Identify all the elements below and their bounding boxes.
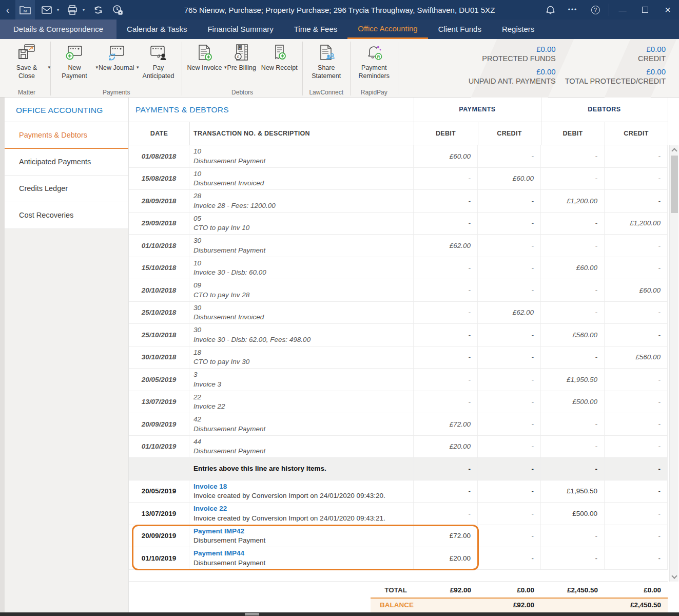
new-receipt-button[interactable]: New Receipt xyxy=(259,42,300,72)
protected-funds-value: £0.00 xyxy=(469,45,556,53)
close-button[interactable]: × xyxy=(656,0,679,20)
table-row[interactable]: 01/10/2019Payment IMP44Disbursement Paym… xyxy=(129,547,668,570)
column-header-debtors-debit[interactable]: DEBIT xyxy=(541,122,605,145)
tab-registers[interactable]: Registers xyxy=(492,20,545,39)
cell-transaction: 30Invoice 30 - Disb: 62.00, Fees: 498.00 xyxy=(189,324,414,346)
sidebar-item-cost-recoveries[interactable]: Cost Recoveries xyxy=(5,202,128,229)
table-row[interactable]: 20/05/20193Invoice 3--£1,950.50- xyxy=(129,369,668,391)
column-header-date[interactable]: DATE xyxy=(129,122,189,145)
cell-payments-debit: - xyxy=(414,346,478,369)
transaction-ref: 30 xyxy=(193,236,201,245)
table-row[interactable]: 15/10/201810Invoice 30 - Disb: 60.00--£6… xyxy=(129,257,668,280)
new-receipt-label: New Receipt xyxy=(261,64,298,72)
transaction-ref-link[interactable]: Payment IMP44 xyxy=(193,549,244,558)
column-header-transaction[interactable]: TRANSACTION NO. & DESCRIPTION xyxy=(189,122,414,145)
cell-payments-credit: - xyxy=(478,257,541,279)
transaction-ref-link[interactable]: Payment IMP42 xyxy=(193,527,244,536)
tab-calendar-tasks[interactable]: Calendar & Tasks xyxy=(117,20,197,39)
refresh-button[interactable] xyxy=(90,0,106,20)
new-payment-button[interactable]: ▾ New Payment xyxy=(53,42,96,80)
cell-payments-debit: - xyxy=(414,257,478,279)
column-header-payments-credit[interactable]: CREDIT xyxy=(478,122,541,145)
history-separator-row[interactable]: Entries above this line are history item… xyxy=(129,458,668,480)
table-row[interactable]: 13/07/201922Invoice 22--£500.00- xyxy=(129,391,668,414)
save-close-dropdown-caret-icon[interactable]: ▾ xyxy=(48,65,50,70)
sidebar-item-payments-debtors[interactable]: Payments & Debtors xyxy=(5,122,128,149)
table-row[interactable]: 01/08/201810Disbursement Payment£60.00--… xyxy=(129,145,668,168)
table-row[interactable]: 20/09/201942Disbursement Payment£72.00--… xyxy=(129,413,668,436)
transaction-ref-link[interactable]: Invoice 22 xyxy=(193,504,227,513)
scrollbar-thumb[interactable] xyxy=(671,156,678,213)
print-dropdown-caret-icon[interactable]: ▾ xyxy=(81,0,86,20)
cell-debtors-credit: - xyxy=(605,168,668,190)
pay-anticipated-button[interactable]: Pay Anticipated xyxy=(137,42,180,80)
column-header-debtors-credit[interactable]: CREDIT xyxy=(605,122,668,145)
maximize-button[interactable] xyxy=(634,0,656,20)
back-button[interactable]: ‹ xyxy=(0,0,15,20)
title-bar: ‹ M ▾ ▾ xyxy=(0,0,679,20)
history-clock-button[interactable] xyxy=(110,0,125,20)
table-row[interactable]: 15/08/201810Disbursement Invoiced-£60.00… xyxy=(129,168,668,190)
tab-office-accounting[interactable]: Office Accounting xyxy=(347,20,428,39)
cell-date: 20/05/2019 xyxy=(129,480,189,503)
matter-folder-button[interactable]: M xyxy=(15,0,35,20)
cell-date: 13/07/2019 xyxy=(129,391,189,413)
column-header-payments-debit[interactable]: DEBIT xyxy=(414,122,478,145)
new-invoice-button[interactable]: ▾ New Invoice xyxy=(184,42,224,72)
table-row[interactable]: 30/10/201818CTO to pay Inv 30---£560.00 xyxy=(129,346,668,369)
table-row[interactable]: 29/09/201805CTO to pay Inv 10---£1,200.0… xyxy=(129,213,668,235)
print-button[interactable] xyxy=(65,0,80,20)
tab-time-fees[interactable]: Time & Fees xyxy=(284,20,347,39)
bottom-scrollbar-thumb[interactable] xyxy=(245,613,259,615)
table-row[interactable]: 25/10/201830Disbursement Invoiced-£62.00… xyxy=(129,302,668,324)
payment-reminders-button[interactable]: R Payment Reminders xyxy=(353,42,396,80)
transaction-ref: 30 xyxy=(193,325,201,335)
email-button[interactable] xyxy=(39,0,54,20)
table-row[interactable]: 01/10/201830Disbursement Payment£62.00--… xyxy=(129,235,668,257)
transaction-ref: 10 xyxy=(193,147,201,156)
help-button[interactable]: ? xyxy=(584,0,607,20)
cell-debtors-credit: - xyxy=(605,302,668,324)
cell-payments-credit: - xyxy=(478,235,541,257)
tab-details-correspondence[interactable]: Details & Correspondence xyxy=(0,20,117,39)
table-row[interactable]: 20/09/2019Payment IMP42Disbursement Paym… xyxy=(129,525,668,548)
table-row[interactable]: 01/10/201944Disbursement Payment£20.00--… xyxy=(129,436,668,458)
transaction-ref-link[interactable]: Invoice 18 xyxy=(193,482,227,491)
total-debtors-debit: £2,450.50 xyxy=(541,586,605,594)
credit-summary: £0.00 CREDIT xyxy=(565,45,666,63)
notifications-button[interactable] xyxy=(539,0,561,20)
cell-date: 30/10/2018 xyxy=(129,346,189,369)
minimize-button[interactable]: — xyxy=(611,0,634,20)
tab-financial-summary[interactable]: Financial Summary xyxy=(197,20,283,39)
vertical-scrollbar[interactable] xyxy=(669,145,678,582)
cell-payments-credit: - xyxy=(478,503,541,525)
table-row[interactable]: 25/10/201830Invoice 30 - Disb: 62.00, Fe… xyxy=(129,324,668,346)
email-dropdown-caret-icon[interactable]: ▾ xyxy=(55,0,61,20)
scroll-down-icon[interactable] xyxy=(671,573,677,579)
transaction-description: CTO to pay Inv 30 xyxy=(193,357,249,367)
more-options-button[interactable]: ••• xyxy=(561,0,584,20)
new-journal-button[interactable]: ▾ New Journal xyxy=(96,42,137,72)
pre-billing-button[interactable]: R £ Pre Billing xyxy=(225,42,259,72)
table-row[interactable]: 20/10/201809CTO to pay Inv 28---£60.00 xyxy=(129,279,668,302)
table-row[interactable]: 20/05/2019Invoice 18Invoice created by C… xyxy=(129,480,668,503)
transaction-description: Invoice created by Conversion Import on … xyxy=(193,491,385,500)
unpaid-ant-payments-value: £0.00 xyxy=(469,67,556,76)
sidebar-item-credits-ledger[interactable]: Credits Ledger xyxy=(5,176,128,202)
ledger-header: PAYMENTS & DEBTORS PAYMENTS DEBTORS DATE… xyxy=(129,98,679,145)
cell-transaction: 10Disbursement Payment xyxy=(189,145,414,167)
total-protected-credit-label: TOTAL PROTECTED/CREDIT xyxy=(565,77,666,85)
sidebar-item-anticipated-payments[interactable]: Anticipated Payments xyxy=(5,149,128,176)
pre-billing-icon: R £ xyxy=(232,43,251,63)
cell-payments-credit: - xyxy=(478,190,541,212)
share-statement-button[interactable]: Share Statement xyxy=(305,42,348,80)
maximize-icon xyxy=(642,7,648,13)
cell-date: 28/09/2018 xyxy=(129,190,189,212)
cell-payments-credit: - xyxy=(478,391,541,413)
table-row[interactable]: 13/07/2019Invoice 22Invoice created by C… xyxy=(129,503,668,525)
transaction-description: Invoice 28 - Fees: 1200.00 xyxy=(193,201,276,210)
save-close-button[interactable]: ▾ Save & Close xyxy=(5,42,48,80)
tab-client-funds[interactable]: Client Funds xyxy=(428,20,492,39)
scroll-up-icon[interactable] xyxy=(671,148,677,153)
table-row[interactable]: 28/09/201828Invoice 28 - Fees: 1200.00--… xyxy=(129,190,668,213)
